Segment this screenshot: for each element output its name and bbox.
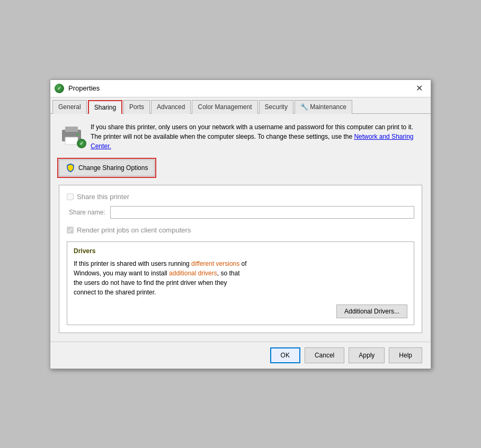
- drivers-text-line3: the users do not have to find the print …: [74, 279, 227, 286]
- title-bar-left: ✓ Properties: [55, 84, 100, 93]
- svg-rect-2: [65, 137, 78, 145]
- share-name-row: Share name:: [67, 206, 414, 219]
- apply-button[interactable]: Apply: [349, 347, 385, 363]
- shield-icon: [66, 163, 75, 173]
- info-text-block: If you share this printer, only users on…: [91, 122, 422, 151]
- share-name-input[interactable]: [110, 206, 414, 219]
- tab-bar: General Sharing Ports Advanced Color Man…: [50, 97, 431, 114]
- cancel-button[interactable]: Cancel: [305, 347, 344, 363]
- info-section: ✓ If you share this printer, only users …: [59, 122, 422, 151]
- drivers-description: If this printer is shared with users run…: [74, 259, 407, 297]
- ok-button[interactable]: OK: [270, 347, 300, 363]
- properties-dialog: ✓ Properties ✕ General Sharing Ports Adv…: [50, 79, 431, 369]
- close-button[interactable]: ✕: [412, 83, 426, 94]
- tab-advanced[interactable]: Advanced: [151, 100, 191, 114]
- share-printer-row: Share this printer: [67, 193, 414, 201]
- drivers-section: Drivers If this printer is shared with u…: [67, 241, 414, 325]
- printer-checkmark: ✓: [77, 139, 86, 148]
- svg-rect-1: [65, 127, 78, 132]
- render-jobs-row: Render print jobs on client computers: [67, 226, 414, 234]
- tab-security[interactable]: Security: [259, 100, 293, 114]
- drivers-text-line2: Windows, you may want to install additio…: [74, 270, 240, 277]
- dialog-title: Properties: [68, 84, 100, 92]
- maintenance-icon: 🔧: [300, 103, 308, 111]
- help-button[interactable]: Help: [389, 347, 422, 363]
- share-name-label: Share name:: [69, 209, 106, 216]
- render-jobs-checkbox[interactable]: [67, 227, 74, 234]
- printer-icon-wrap: ✓: [59, 122, 84, 147]
- drivers-text-line1: If this printer is shared with users run…: [74, 260, 247, 267]
- share-printer-label: Share this printer: [77, 193, 129, 201]
- share-printer-checkbox[interactable]: [67, 193, 74, 200]
- change-sharing-options-label: Change Sharing Options: [78, 164, 148, 172]
- tab-color-management[interactable]: Color Management: [192, 100, 257, 114]
- tab-sharing[interactable]: Sharing: [88, 100, 122, 114]
- title-bar: ✓ Properties ✕: [50, 80, 431, 97]
- tab-maintenance[interactable]: 🔧 Maintenance: [295, 100, 352, 114]
- additional-drivers-button[interactable]: Additional Drivers...: [336, 304, 407, 318]
- dialog-footer: OK Cancel Apply Help: [50, 342, 431, 369]
- drivers-title: Drivers: [74, 247, 407, 255]
- change-sharing-options-button[interactable]: Change Sharing Options: [59, 159, 155, 176]
- sharing-panel: Share this printer Share name: Render pr…: [59, 185, 422, 333]
- render-jobs-label: Render print jobs on client computers: [77, 226, 191, 234]
- tab-general[interactable]: General: [52, 100, 87, 114]
- svg-point-3: [77, 133, 79, 136]
- drivers-text-line4: connect to the shared printer.: [74, 289, 156, 296]
- tab-content: ✓ If you share this printer, only users …: [50, 114, 431, 342]
- tab-ports[interactable]: Ports: [123, 100, 150, 114]
- printer-app-icon: ✓: [55, 84, 64, 93]
